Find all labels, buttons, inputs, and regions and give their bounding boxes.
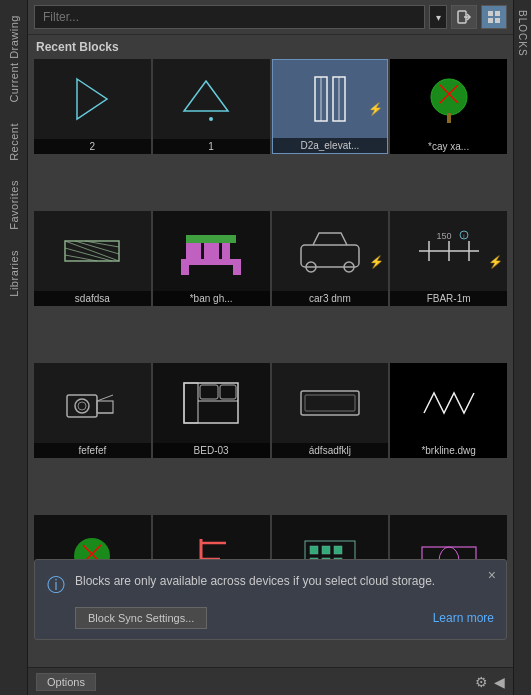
block-item-0[interactable]: 2 [34,59,151,154]
block-item-7[interactable]: 150 i ⚡ FBAR-1m [390,211,507,306]
block-item-9[interactable]: BED-03 [153,363,270,458]
sidebar-tab-favorites[interactable]: Favorites [5,170,23,240]
svg-text:150: 150 [436,231,451,241]
block-item-3[interactable]: *cay xa... [390,59,507,154]
svg-rect-62 [322,546,330,554]
svg-rect-47 [184,383,198,423]
info-icon: ⓘ [47,573,65,597]
block-lightning-2: ⚡ [368,102,383,116]
filter-dropdown-btn[interactable]: ▾ [429,5,447,29]
notification-body: ⓘ Blocks are only available across devic… [47,572,494,597]
svg-rect-30 [301,245,359,267]
svg-rect-27 [186,235,236,243]
notification-close-btn[interactable]: × [488,568,496,582]
svg-rect-50 [220,385,236,399]
svg-rect-5 [495,18,500,23]
svg-rect-26 [222,241,230,261]
collapse-icon[interactable]: ◀ [494,674,505,690]
settings-icon[interactable]: ⚙ [475,674,488,690]
block-label-11: *brkline.dwg [390,443,507,458]
svg-text:i: i [463,233,464,239]
svg-rect-2 [488,11,493,16]
block-lightning-6: ⚡ [369,255,384,269]
svg-rect-63 [334,546,342,554]
svg-rect-46 [184,383,238,423]
options-button[interactable]: Options [36,673,96,691]
learn-more-link[interactable]: Learn more [433,611,494,625]
svg-point-41 [75,399,89,413]
block-label-9: BED-03 [153,443,270,458]
notification-actions: Block Sync Settings... Learn more [47,607,494,629]
bottom-bar: Options ⚙ ◀ [28,667,513,695]
svg-marker-6 [77,79,107,119]
svg-rect-49 [200,385,218,399]
main-panel: ▾ Recent Blocks [28,0,513,695]
insert-mode-btn[interactable] [451,5,477,29]
svg-marker-7 [184,81,228,111]
svg-point-42 [78,402,86,410]
block-label-7: FBAR-1m [390,291,507,306]
notification-text: Blocks are only available across devices… [75,572,435,590]
block-lightning-7: ⚡ [488,255,503,269]
notification-popup: × ⓘ Blocks are only available across dev… [34,559,507,640]
svg-rect-28 [181,265,189,275]
sidebar-tab-current-drawing[interactable]: Current Drawing [5,5,23,113]
block-item-6[interactable]: ⚡ car3 dnm [272,211,389,306]
block-label-3: *cay xa... [390,139,507,154]
sidebar-tab-libraries[interactable]: Libraries [5,240,23,307]
block-label-4: sdafdsa [34,291,151,306]
svg-point-8 [209,117,213,121]
svg-rect-24 [186,241,201,261]
svg-line-44 [97,395,113,401]
svg-rect-4 [488,18,493,23]
view-toggle-btn[interactable] [481,5,507,29]
svg-rect-52 [305,395,355,411]
block-sync-settings-btn[interactable]: Block Sync Settings... [75,607,207,629]
svg-rect-25 [204,241,219,261]
block-item-1[interactable]: 1 [153,59,270,154]
bottom-icons: ⚙ ◀ [475,674,505,690]
right-sidebar-blocks-tab[interactable]: BLOCKS [515,0,530,67]
block-item-5[interactable]: *ban gh... [153,211,270,306]
block-label-8: fefefef [34,443,151,458]
section-title: Recent Blocks [28,35,513,57]
block-item-11[interactable]: *brkline.dwg [390,363,507,458]
left-sidebar: Current Drawing Recent Favorites Librari… [0,0,28,695]
block-label-1: 1 [153,139,270,154]
svg-rect-29 [233,265,241,275]
toolbar: ▾ [28,0,513,35]
block-label-5: *ban gh... [153,291,270,306]
svg-line-20 [85,241,119,247]
svg-rect-43 [97,401,113,413]
block-label-6: car3 dnm [272,291,389,306]
right-sidebar: BLOCKS [513,0,531,695]
block-item-4[interactable]: sdafdsa [34,211,151,306]
svg-point-13 [431,79,467,115]
svg-line-18 [65,241,119,261]
block-label-0: 2 [34,139,151,154]
block-label-10: ádfsadfklj [272,443,389,458]
block-item-10[interactable]: ádfsadfklj [272,363,389,458]
filter-input[interactable] [34,5,425,29]
svg-rect-14 [447,113,451,123]
block-item-2[interactable]: ⚡ D2a_elevat... [272,59,389,154]
block-item-8[interactable]: fefefef [34,363,151,458]
svg-rect-3 [495,11,500,16]
svg-rect-61 [310,546,318,554]
block-label-2: D2a_elevat... [273,138,388,153]
sidebar-tab-recent[interactable]: Recent [5,113,23,171]
